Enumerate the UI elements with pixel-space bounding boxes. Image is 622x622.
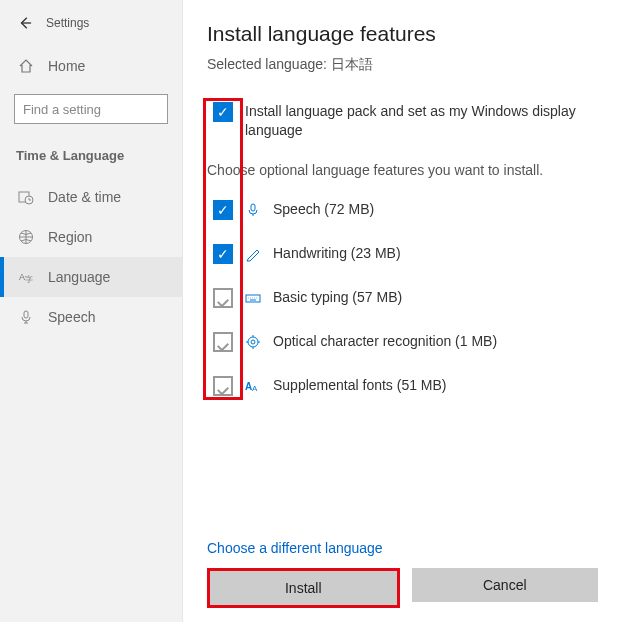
sidebar-section-title: Time & Language <box>0 142 182 177</box>
feature-row-basic-typing: Basic typing (57 MB) <box>207 288 598 310</box>
feature-label: Handwriting (23 MB) <box>273 244 401 263</box>
main-panel: Install language features Selected langu… <box>183 0 622 622</box>
sidebar-item-date-time[interactable]: Date & time <box>0 177 182 217</box>
back-button[interactable] <box>18 16 32 30</box>
search-input[interactable] <box>14 94 168 124</box>
sidebar-item-language[interactable]: A字 Language <box>0 257 182 297</box>
checkbox-fonts[interactable] <box>213 376 233 396</box>
sidebar: Settings Home Time & Language Date & tim… <box>0 0 183 622</box>
feature-row-speech: ✓ Speech (72 MB) <box>207 200 598 222</box>
calendar-clock-icon <box>18 189 34 205</box>
ocr-icon <box>245 334 261 350</box>
page-title: Install language features <box>207 22 598 46</box>
home-icon <box>18 58 34 74</box>
svg-rect-6 <box>251 204 255 211</box>
sidebar-title: Settings <box>46 16 89 30</box>
sidebar-item-speech[interactable]: Speech <box>0 297 182 337</box>
sidebar-item-label: Speech <box>48 309 95 325</box>
feature-label: Install language pack and set as my Wind… <box>245 102 598 140</box>
sidebar-header: Settings <box>0 10 182 48</box>
feature-row-display-language: ✓ Install language pack and set as my Wi… <box>207 102 598 140</box>
svg-rect-5 <box>24 311 28 318</box>
checkbox-display-language[interactable]: ✓ <box>213 102 233 122</box>
feature-row-handwriting: ✓ Handwriting (23 MB) <box>207 244 598 266</box>
cancel-button[interactable]: Cancel <box>412 568 599 602</box>
checkbox-handwriting[interactable]: ✓ <box>213 244 233 264</box>
sidebar-item-label: Date & time <box>48 189 121 205</box>
choose-different-language-link[interactable]: Choose a different language <box>207 540 598 556</box>
sidebar-item-region[interactable]: Region <box>0 217 182 257</box>
feature-row-fonts: AA Supplemental fonts (51 MB) <box>207 376 598 398</box>
checkbox-ocr[interactable] <box>213 332 233 352</box>
feature-row-ocr: Optical character recognition (1 MB) <box>207 332 598 354</box>
globe-icon <box>18 229 34 245</box>
sidebar-home-label: Home <box>48 58 85 74</box>
feature-label: Supplemental fonts (51 MB) <box>273 376 447 395</box>
install-button[interactable]: Install <box>210 571 397 605</box>
features-list: ✓ Install language pack and set as my Wi… <box>207 102 598 406</box>
feature-label: Basic typing (57 MB) <box>273 288 402 307</box>
sidebar-home[interactable]: Home <box>0 48 182 84</box>
svg-point-8 <box>248 337 258 347</box>
highlight-install-button: Install <box>207 568 400 608</box>
checkbox-speech[interactable]: ✓ <box>213 200 233 220</box>
sidebar-item-label: Region <box>48 229 92 245</box>
svg-point-9 <box>251 340 255 344</box>
language-icon: A字 <box>18 269 34 285</box>
checkbox-basic-typing[interactable] <box>213 288 233 308</box>
sidebar-item-label: Language <box>48 269 110 285</box>
keyboard-icon <box>245 290 261 306</box>
feature-label: Optical character recognition (1 MB) <box>273 332 497 351</box>
features-block: ✓ Install language pack and set as my Wi… <box>207 102 598 406</box>
svg-text:字: 字 <box>25 275 33 284</box>
feature-label: Speech (72 MB) <box>273 200 374 219</box>
svg-text:A: A <box>252 384 258 393</box>
sidebar-search <box>14 94 168 124</box>
microphone-icon <box>18 309 34 325</box>
optional-features-desc: Choose optional language features you wa… <box>207 162 598 178</box>
button-row: Install Cancel <box>207 568 598 608</box>
fonts-icon: AA <box>245 378 261 394</box>
speech-icon <box>245 202 261 218</box>
page-subtitle: Selected language: 日本語 <box>207 56 598 74</box>
handwriting-icon <box>245 246 261 262</box>
